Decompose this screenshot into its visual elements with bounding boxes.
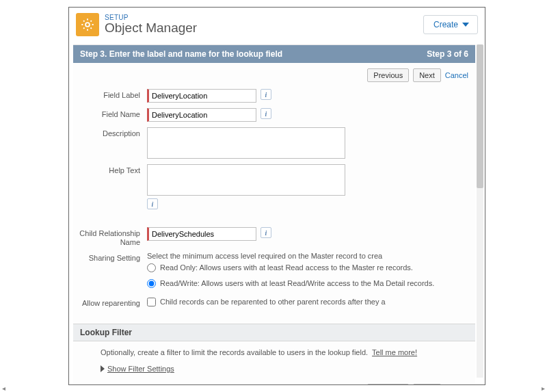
show-filter-settings-label: Show Filter Settings xyxy=(107,365,174,373)
vertical-scrollbar[interactable] xyxy=(477,44,483,378)
tell-me-more-link[interactable]: Tell me more! xyxy=(372,348,417,356)
child-rel-name-label: Child Relationship Name xyxy=(73,227,147,246)
field-label-label: Field Label xyxy=(73,89,147,100)
previous-button[interactable]: Previous xyxy=(367,68,409,82)
sharing-readwrite-radio[interactable] xyxy=(147,279,156,288)
allow-reparenting-checkbox[interactable] xyxy=(147,298,156,306)
allow-reparenting-label: Allow reparenting xyxy=(73,297,147,308)
triangle-right-icon xyxy=(101,365,105,372)
field-name-label: Field Name xyxy=(73,108,147,119)
wizard-step-bar: Step 3. Enter the label and name for the… xyxy=(73,45,475,63)
page-title: Object Manager xyxy=(105,21,418,36)
lookup-filter-description: Optionally, create a filter to limit the… xyxy=(101,348,368,356)
step-title: Step 3. Enter the label and name for the… xyxy=(80,49,282,59)
sharing-readonly-option[interactable]: Read Only: Allows users with at least Re… xyxy=(147,263,468,273)
create-label: Create xyxy=(433,20,458,29)
svg-point-0 xyxy=(85,23,90,27)
allow-reparenting-option[interactable]: Child records can be reparented to other… xyxy=(147,297,386,307)
child-rel-name-input[interactable] xyxy=(147,227,256,241)
lookup-filter-section-header: Lookup Filter xyxy=(73,324,475,341)
horizontal-scroll-hint: ◂ ▸ xyxy=(0,384,547,392)
allow-reparenting-text: Child records can be reparented to other… xyxy=(160,297,386,307)
info-icon[interactable]: i xyxy=(147,198,158,209)
gear-icon xyxy=(76,13,99,36)
cancel-link[interactable]: Cancel xyxy=(445,71,468,79)
show-filter-settings-toggle[interactable]: Show Filter Settings xyxy=(101,365,466,373)
field-label-input[interactable] xyxy=(147,89,256,103)
wizard-buttons-top: Previous Next Cancel xyxy=(73,63,475,88)
scroll-left-icon: ◂ xyxy=(2,384,5,392)
help-text-label: Help Text xyxy=(73,164,147,175)
scrollbar-thumb[interactable] xyxy=(477,44,483,188)
field-name-input[interactable] xyxy=(147,108,256,122)
info-icon[interactable]: i xyxy=(261,89,271,100)
sharing-setting-label: Sharing Setting xyxy=(73,252,147,263)
description-label: Description xyxy=(73,127,147,138)
create-dropdown-button[interactable]: Create xyxy=(423,15,478,34)
page-header: SETUP Object Manager Create xyxy=(69,8,485,40)
lookup-filter-body: Optionally, create a filter to limit the… xyxy=(73,341,475,374)
description-input[interactable] xyxy=(147,127,345,159)
sharing-readonly-text: Read Only: Allows users with at least Re… xyxy=(160,263,413,273)
wizard-panel: Step 3. Enter the label and name for the… xyxy=(73,44,475,384)
step-counter: Step 3 of 6 xyxy=(427,49,468,59)
info-icon[interactable]: i xyxy=(261,227,271,238)
scroll-right-icon: ▸ xyxy=(542,384,545,392)
help-text-input[interactable] xyxy=(147,164,345,196)
wizard-buttons-bottom: Previous Next Cancel xyxy=(73,378,475,384)
sharing-readwrite-option[interactable]: Read/Write: Allows users with at least R… xyxy=(147,278,468,289)
info-icon[interactable]: i xyxy=(261,108,271,119)
next-button[interactable]: Next xyxy=(413,68,441,82)
sharing-readonly-radio[interactable] xyxy=(147,263,156,272)
chevron-down-icon xyxy=(462,23,469,27)
sharing-setting-help: Select the minimum access level required… xyxy=(147,252,468,260)
field-form: Field Label i Field Name i Description xyxy=(73,88,475,318)
sharing-readwrite-text: Read/Write: Allows users with at least R… xyxy=(160,278,434,289)
app-window: SETUP Object Manager Create Step 3. Ente… xyxy=(68,7,485,385)
